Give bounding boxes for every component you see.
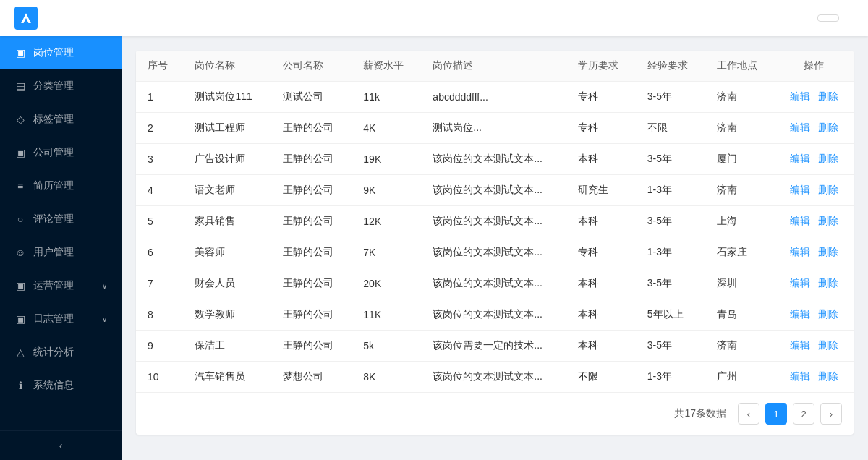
sidebar-item-statistics-analysis[interactable]: △ 统计分析 [0, 336, 122, 369]
delete-button[interactable]: 删除 [818, 370, 838, 382]
pagination-prev[interactable]: ‹ [738, 403, 760, 425]
cell-education: 本科 [566, 268, 636, 299]
sidebar-label-job-management: 岗位管理 [33, 46, 74, 59]
cell-salary: 20K [352, 268, 421, 299]
table-row: 7 财会人员 王静的公司 20K 该岗位的文本测试文本... 本科 3-5年 深… [136, 268, 854, 299]
cell-experience: 3-5年 [636, 331, 705, 362]
sidebar-item-log-management[interactable]: ▣ 日志管理 ∨ [0, 302, 122, 336]
sidebar-label-log-management: 日志管理 [33, 312, 74, 325]
sidebar-label-category-management: 分类管理 [33, 80, 74, 93]
category-management-icon: ▤ [14, 80, 26, 92]
sidebar-item-tag-management[interactable]: ◇ 标签管理 [0, 103, 122, 136]
delete-button[interactable]: 删除 [818, 90, 838, 102]
logo-icon [14, 7, 38, 30]
edit-button[interactable]: 编辑 [790, 277, 810, 289]
cell-salary: 4K [352, 113, 421, 144]
edit-button[interactable]: 编辑 [790, 184, 810, 195]
sidebar-item-company-management[interactable]: ▣ 公司管理 [0, 136, 122, 169]
delete-button[interactable]: 删除 [818, 122, 838, 133]
cell-salary: 7K [352, 237, 421, 268]
sidebar-collapse-button[interactable]: ‹ [0, 430, 122, 460]
table-row: 10 汽车销售员 梦想公司 8K 该岗位的文本测试文本... 不限 1-3年 广… [136, 362, 854, 393]
cell-location: 厦门 [705, 144, 775, 175]
pagination-page-1[interactable]: 1 [765, 403, 787, 425]
sidebar-item-operation-management[interactable]: ▣ 运营管理 ∨ [0, 269, 122, 302]
cell-company: 王静的公司 [271, 113, 352, 144]
cell-index: 9 [136, 331, 183, 362]
sidebar-label-system-info: 系统信息 [33, 379, 74, 392]
collapse-icon: ‹ [59, 440, 63, 451]
edit-button[interactable]: 编辑 [790, 339, 810, 351]
cell-experience: 1-3年 [636, 237, 705, 268]
delete-button[interactable]: 删除 [818, 215, 838, 226]
system-info-icon: ℹ [14, 380, 26, 391]
cell-company: 王静的公司 [271, 299, 352, 331]
edit-button[interactable]: 编辑 [790, 308, 810, 320]
sidebar-item-job-management[interactable]: ▣ 岗位管理 [0, 36, 122, 69]
cell-index: 3 [136, 144, 183, 175]
cell-description: 该岗位的文本测试文本... [421, 175, 566, 206]
table-header-row: 序号 岗位名称 公司名称 薪资水平 岗位描述 学历要求 经验要求 工作地点 操作 [136, 51, 854, 82]
cell-action: 编辑 删除 [775, 144, 854, 175]
cell-job-name: 广告设计师 [183, 144, 271, 175]
sidebar-item-user-management[interactable]: ☺ 用户管理 [0, 236, 122, 269]
edit-button[interactable]: 编辑 [790, 90, 810, 102]
edit-button[interactable]: 编辑 [790, 246, 810, 257]
col-index: 序号 [136, 51, 183, 82]
table-row: 9 保洁工 王静的公司 5k 该岗位需要一定的技术... 本科 3-5年 济南 … [136, 331, 854, 362]
operation-management-icon: ▣ [14, 280, 26, 291]
cell-job-name: 语文老师 [183, 175, 271, 206]
cell-salary: 8K [352, 362, 421, 393]
table-row: 3 广告设计师 王静的公司 19K 该岗位的文本测试文本... 本科 3-5年 … [136, 144, 854, 175]
sidebar-item-comment-management[interactable]: ○ 评论管理 [0, 203, 122, 236]
cell-index: 8 [136, 299, 183, 331]
edit-button[interactable]: 编辑 [790, 153, 810, 164]
job-management-icon: ▣ [14, 47, 26, 59]
edit-button[interactable]: 编辑 [790, 122, 810, 133]
main-content: 序号 岗位名称 公司名称 薪资水平 岗位描述 学历要求 经验要求 工作地点 操作… [122, 36, 868, 460]
table-row: 2 测试工程师 王静的公司 4K 测试岗位... 专科 不限 济南 编辑 删除 [136, 113, 854, 144]
sidebar-label-tag-management: 标签管理 [33, 113, 74, 126]
cell-description: abcddddfff... [421, 82, 566, 113]
cell-salary: 11K [352, 299, 421, 331]
cell-action: 编辑 删除 [775, 362, 854, 393]
cell-education: 不限 [566, 362, 636, 393]
cell-experience: 3-5年 [636, 144, 705, 175]
sidebar-item-resume-management[interactable]: ≡ 简历管理 [0, 169, 122, 203]
col-description: 岗位描述 [421, 51, 566, 82]
cell-index: 5 [136, 206, 183, 237]
delete-button[interactable]: 删除 [818, 277, 838, 289]
cell-salary: 11k [352, 82, 421, 113]
header-left [14, 7, 45, 30]
cell-education: 专科 [566, 113, 636, 144]
delete-button[interactable]: 删除 [818, 246, 838, 257]
delete-button[interactable]: 删除 [818, 153, 838, 164]
cell-description: 该岗位的文本测试文本... [421, 362, 566, 393]
edit-button[interactable]: 编辑 [790, 215, 810, 226]
layout: ▣ 岗位管理 ▤ 分类管理 ◇ 标签管理 ▣ 公司管理 ≡ 简历管理 ○ 评论管… [0, 36, 868, 460]
arrow-icon: ∨ [102, 315, 107, 323]
sidebar-item-category-management[interactable]: ▤ 分类管理 [0, 69, 122, 103]
jobs-table: 序号 岗位名称 公司名称 薪资水平 岗位描述 学历要求 经验要求 工作地点 操作… [136, 51, 854, 393]
cell-salary: 19K [352, 144, 421, 175]
cell-job-name: 测试岗位111 [183, 82, 271, 113]
cell-index: 2 [136, 113, 183, 144]
cell-action: 编辑 删除 [775, 331, 854, 362]
col-salary: 薪资水平 [352, 51, 421, 82]
cell-description: 该岗位的文本测试文本... [421, 268, 566, 299]
cell-location: 青岛 [705, 299, 775, 331]
delete-button[interactable]: 删除 [818, 308, 838, 320]
pagination-next[interactable]: › [820, 403, 842, 425]
cell-location: 济南 [705, 331, 775, 362]
delete-button[interactable]: 删除 [818, 339, 838, 351]
cell-index: 7 [136, 268, 183, 299]
edit-button[interactable]: 编辑 [790, 370, 810, 382]
delete-button[interactable]: 删除 [818, 184, 838, 195]
col-action: 操作 [775, 51, 854, 82]
cell-company: 王静的公司 [271, 331, 352, 362]
cell-action: 编辑 删除 [775, 268, 854, 299]
preview-button[interactable] [817, 14, 839, 22]
sidebar-item-system-info[interactable]: ℹ 系统信息 [0, 369, 122, 402]
cell-education: 本科 [566, 299, 636, 331]
pagination-page-2[interactable]: 2 [793, 403, 814, 425]
